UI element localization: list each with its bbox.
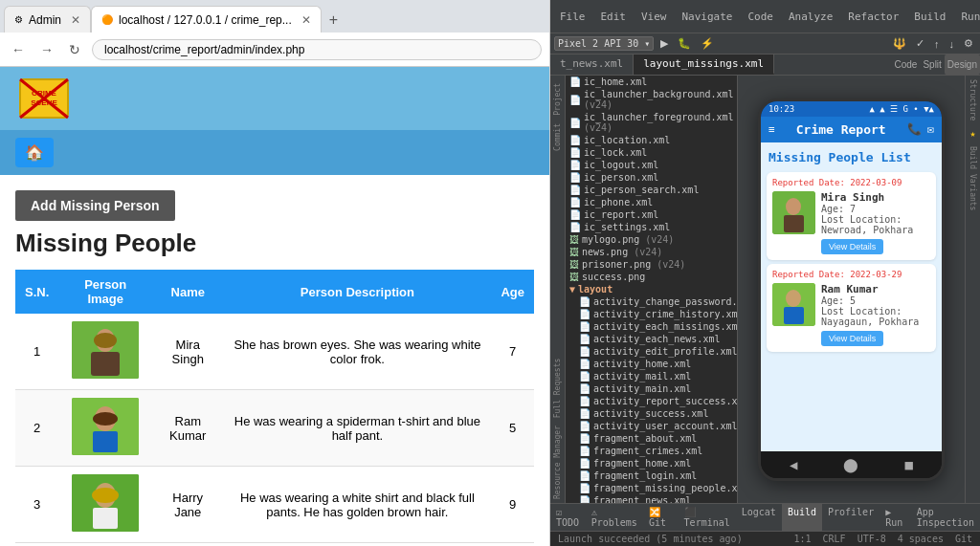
file-activity-home[interactable]: 📄 activity_home.xml	[566, 358, 737, 370]
folder-layout[interactable]: ▼ layout	[566, 283, 737, 295]
run-app-button[interactable]: ▶	[657, 35, 671, 52]
tab-tnews[interactable]: t_news.xml	[550, 55, 634, 75]
settings-button[interactable]: ⚙	[961, 35, 976, 52]
browser-tab-admin[interactable]: ⚙ Admin ✕	[4, 6, 91, 33]
menu-run[interactable]: Run	[959, 9, 980, 25]
menu-analyze[interactable]: Analyze	[787, 9, 835, 25]
bottom-tab-problems[interactable]: ⚠ Problems	[586, 504, 643, 531]
refresh-button[interactable]: ↻	[65, 40, 84, 59]
code-view-button[interactable]: Code	[892, 55, 921, 75]
split-view-button[interactable]: Split	[920, 55, 944, 75]
bottom-tab-profiler[interactable]: Profiler	[822, 504, 880, 531]
card2-view-details-button[interactable]: View Details	[821, 331, 883, 346]
file-ic-launcher-fg[interactable]: 📄 ic_launcher_foreground.xml (v24)	[566, 111, 737, 134]
bottom-tab-app-inspection[interactable]: App Inspection	[911, 504, 980, 531]
tab-layout-missings[interactable]: layout_missings.xml	[634, 55, 774, 75]
file-ic-person-search[interactable]: 📄 ic_person_search.xml	[566, 184, 737, 196]
phone-email-icon[interactable]: ✉	[927, 122, 934, 136]
file-ic-report[interactable]: 📄 ic_report.xml	[566, 208, 737, 221]
file-success[interactable]: 🖼 success.png	[566, 271, 737, 283]
design-view-button[interactable]: Design	[945, 55, 980, 75]
sidebar-resource-manager[interactable]: Resource Manager	[551, 422, 564, 503]
git-icon[interactable]: 🔱	[890, 35, 909, 52]
phone-nav-back[interactable]: ◀	[790, 457, 797, 472]
profile-button[interactable]: ⚡	[698, 35, 717, 52]
file-fragment-missing-people[interactable]: 📄 fragment_missing_people.xml	[566, 482, 737, 494]
menu-refactor[interactable]: Refactor	[846, 9, 901, 25]
file-activity-report-success[interactable]: 📄 activity_report_success.xml	[566, 395, 737, 407]
folder-icon: ▼	[569, 284, 575, 295]
sidebar-commit[interactable]: Commit	[551, 120, 564, 155]
git-down[interactable]: ↓	[947, 36, 958, 52]
menu-code[interactable]: Code	[746, 9, 775, 25]
sidebar-project[interactable]: Project	[551, 79, 564, 120]
add-missing-person-button[interactable]: Add Missing Person	[15, 190, 175, 221]
file-fragment-news[interactable]: 📄 fragment_news.xml	[566, 494, 737, 503]
device-selector[interactable]: Pixel 2 API 30 ▾	[554, 36, 654, 51]
file-activity-success[interactable]: 📄 activity_success.xml	[566, 407, 737, 420]
file-ic-lock[interactable]: 📄 ic_lock.xml	[566, 146, 737, 159]
ide-editor-tabs: t_news.xml layout_missings.xml Code Spli…	[550, 55, 980, 76]
main-tab-close[interactable]: ✕	[301, 13, 311, 27]
file-activity-crime-history[interactable]: 📄 activity_crime_history.xml	[566, 308, 737, 320]
address-input[interactable]	[92, 39, 542, 60]
file-fragment-crimes[interactable]: 📄 fragment_crimes.xml	[566, 445, 737, 457]
sidebar-full-requests[interactable]: Full Requests	[551, 155, 564, 422]
menu-build[interactable]: Build	[912, 9, 947, 25]
file-activity-mail[interactable]: 📄 activity_mail.xml	[566, 370, 737, 382]
menu-view[interactable]: View	[639, 9, 669, 25]
file-activity-main[interactable]: 📄 activity_main.xml	[566, 382, 737, 395]
sidebar-build-variants[interactable]: Build Variants	[969, 146, 977, 210]
forward-button[interactable]: →	[36, 40, 57, 59]
new-tab-button[interactable]: +	[322, 8, 345, 33]
file-fragment-about[interactable]: 📄 fragment_about.xml	[566, 432, 737, 445]
browser-tab-main[interactable]: 🟠 localhost / 127.0.0.1 / crime_rep... ✕	[91, 6, 322, 33]
phone-menu-icon[interactable]: ≡	[768, 123, 775, 136]
admin-tab-close[interactable]: ✕	[71, 13, 80, 27]
menu-edit[interactable]: Edit	[599, 9, 629, 25]
card1-name: Mira Singh	[821, 191, 930, 204]
card1-view-details-button[interactable]: View Details	[821, 239, 883, 254]
file-activity-change-password[interactable]: 📄 activity_change_password.xml	[566, 295, 737, 308]
file-mylogo[interactable]: 🖼 mylogo.png (v24)	[566, 233, 737, 246]
phone-app-icons: 📞 ✉	[907, 122, 934, 136]
back-button[interactable]: ←	[8, 40, 29, 59]
bottom-tab-git[interactable]: 🔀 Git	[643, 504, 679, 531]
file-fragment-home[interactable]: 📄 fragment_home.xml	[566, 457, 737, 470]
file-activity-each-news[interactable]: 📄 activity_each_news.xml	[566, 333, 737, 345]
bottom-tab-terminal[interactable]: ⬛ Terminal	[679, 504, 736, 531]
file-ic-home[interactable]: 📄 ic_home.xml	[566, 76, 737, 88]
bottom-tab-todo[interactable]: ☑ TODO	[550, 504, 586, 531]
bottom-tab-logcat[interactable]: Logcat	[736, 504, 782, 531]
debug-button[interactable]: 🐛	[675, 35, 694, 52]
menu-navigate[interactable]: Navigate	[680, 9, 735, 25]
card1-location: Lost Location: Newroad, Pokhara	[821, 214, 930, 235]
file-news[interactable]: 🖼 news.png (v24)	[566, 246, 737, 258]
git-check[interactable]: ✓	[913, 35, 927, 52]
file-fragment-login[interactable]: 📄 fragment_login.xml	[566, 470, 737, 482]
file-ic-phone[interactable]: 📄 ic_phone.xml	[566, 196, 737, 208]
sidebar-structure[interactable]: Structure	[969, 79, 977, 120]
home-nav-button[interactable]: 🏠	[15, 138, 54, 167]
file-activity-user-account[interactable]: 📄 activity_user_account.xml	[566, 420, 737, 432]
file-ic-logout[interactable]: 📄 ic_logout.xml	[566, 159, 737, 171]
file-ic-launcher-bg[interactable]: 📄 ic_launcher_background.xml (v24)	[566, 88, 737, 111]
file-prisoner[interactable]: 🖼 prisoner.png (v24)	[566, 258, 737, 271]
sidebar-favorites[interactable]: ★	[969, 128, 975, 139]
file-activity-edit-profile[interactable]: 📄 activity_edit_profile.xml	[566, 345, 737, 358]
menu-file[interactable]: File	[558, 9, 588, 25]
file-ic-settings[interactable]: 📄 ic_settings.xml	[566, 221, 737, 233]
bottom-tab-run[interactable]: ▶ Run	[880, 504, 911, 531]
phone-nav-recents[interactable]: ■	[905, 457, 913, 472]
phone-nav-home[interactable]: ⬤	[843, 457, 858, 472]
file-ic-person[interactable]: 📄 ic_person.xml	[566, 171, 737, 184]
git-up[interactable]: ↑	[931, 36, 943, 52]
xml-file-icon: 📄	[579, 446, 590, 456]
xml-file-icon: 📄	[569, 160, 581, 170]
bottom-tab-build[interactable]: Build	[782, 504, 822, 531]
person-card-2: Reported Date: 2022-03-29 Ram Kumar	[767, 264, 936, 352]
phone-call-icon[interactable]: 📞	[907, 122, 922, 136]
page-title: Missing People	[15, 229, 534, 258]
file-activity-each-missings[interactable]: 📄 activity_each_missings.xml	[566, 320, 737, 333]
file-ic-location[interactable]: 📄 ic_location.xml	[566, 134, 737, 146]
